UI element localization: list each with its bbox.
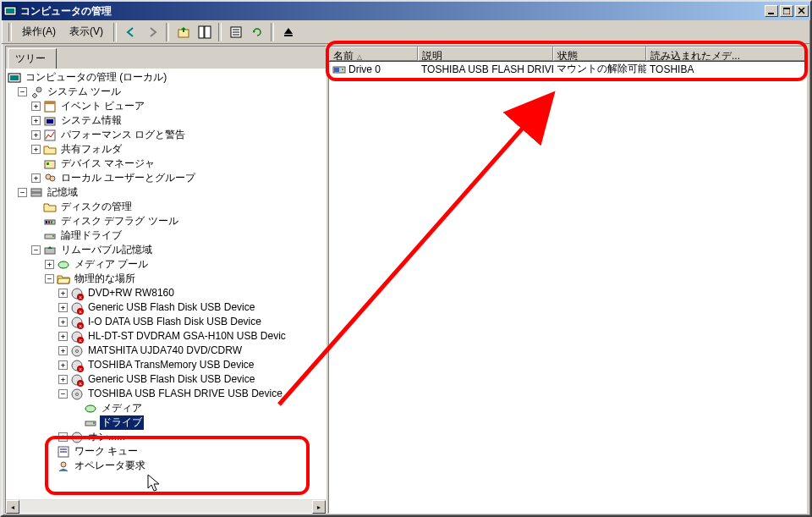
svg-rect-35 — [45, 248, 55, 254]
disc-error-icon: × — [70, 359, 84, 372]
column-loaded[interactable]: 読み込まれたメデ... — [646, 47, 806, 61]
media-icon — [84, 402, 97, 415]
scroll-left-button[interactable]: ◂ — [6, 500, 19, 514]
tree-obscured[interactable]: +オン...... — [8, 430, 324, 444]
tree-dev-hldtst[interactable]: +×HL-DT-ST DVDRAM GSA-H10N USB Devic — [8, 329, 324, 344]
forward-button[interactable] — [142, 23, 162, 41]
disc-icon — [70, 431, 84, 444]
toolbar: 操作(A) 表示(V) — [2, 20, 810, 44]
svg-point-61 — [93, 422, 95, 424]
sysinfo-icon — [43, 114, 57, 128]
svg-rect-22 — [45, 130, 55, 140]
eject-button[interactable] — [278, 23, 298, 41]
tree-tab[interactable]: ツリー — [8, 48, 57, 69]
tree-logical[interactable]: 論理ドライブ — [8, 228, 324, 243]
tree-dev-matshita[interactable]: +MATSHITA UJDA740 DVD/CDRW — [8, 344, 324, 358]
horizontal-scrollbar[interactable]: ◂ ▸ — [6, 499, 326, 513]
svg-point-17 — [36, 87, 41, 92]
maximize-button[interactable] — [780, 5, 793, 17]
tree-dev-generic2[interactable]: +×Generic USB Flash Disk USB Device — [8, 372, 324, 387]
list-header: 名前△ 説明 状態 読み込まれたメデ... — [329, 47, 806, 62]
tree-media[interactable]: メディア — [8, 401, 324, 415]
tree-operator[interactable]: オペレータ要求 — [8, 459, 324, 473]
computer-icon — [8, 71, 21, 85]
tree-dev-toshiba-usb[interactable]: −TOSHIBA USB FLASH DRIVE USB Device — [8, 387, 324, 401]
defrag-icon — [43, 215, 57, 228]
svg-rect-68 — [334, 68, 339, 72]
tree-eventviewer[interactable]: +イベント ビューア — [8, 99, 324, 113]
cell-name: Drive 0 — [348, 63, 381, 75]
removable-icon — [43, 244, 57, 257]
list-row[interactable]: Drive 0 TOSHIBA USB FLASH DRIVE ... マウント… — [329, 62, 806, 76]
column-desc[interactable]: 説明 — [418, 47, 553, 61]
svg-point-59 — [85, 405, 96, 412]
tree-systools[interactable]: −システム ツール — [8, 85, 324, 99]
drive-icon — [43, 229, 57, 243]
svg-point-66 — [61, 462, 66, 467]
tree-diskmgmt[interactable]: ディスクの管理 — [8, 200, 324, 214]
window-title: コンピュータの管理 — [20, 4, 763, 19]
column-name[interactable]: 名前△ — [329, 47, 418, 61]
tree-drive[interactable]: ドライブ — [8, 415, 324, 430]
back-button[interactable] — [121, 23, 140, 41]
folder-open-icon — [57, 272, 70, 286]
tree-shared[interactable]: +共有フォルダ — [8, 142, 324, 157]
users-icon — [43, 172, 57, 185]
tree-pane: ツリー コンピュータの管理 (ローカル) −システム ツール +イベント ビュー… — [5, 46, 326, 514]
disc-error-icon: × — [70, 330, 84, 344]
cell-desc: TOSHIBA USB FLASH DRIVE ... — [418, 63, 553, 75]
titlebar[interactable]: コンピュータの管理 — [2, 2, 810, 20]
show-hide-tree-button[interactable] — [195, 23, 214, 41]
svg-rect-4 — [783, 8, 790, 9]
tree-perflog[interactable]: +パフォーマンス ログと警告 — [8, 128, 324, 142]
svg-point-58 — [76, 393, 79, 395]
tree-devmgr[interactable]: デバイス マネージャ — [8, 157, 324, 171]
column-state[interactable]: 状態 — [553, 47, 646, 61]
cursor-icon — [146, 473, 167, 493]
tree-storage[interactable]: −記憶域 — [8, 185, 324, 200]
tree-dev-iodata[interactable]: +×I-O DATA USB Flash Disk USB Device — [8, 315, 324, 329]
disc-error-icon: × — [70, 373, 84, 387]
properties-button[interactable] — [226, 23, 245, 41]
svg-text:×: × — [79, 338, 82, 344]
svg-rect-27 — [31, 189, 41, 192]
folder-icon — [43, 201, 57, 214]
tree-root[interactable]: コンピュータの管理 (ローカル) — [8, 70, 324, 85]
close-button[interactable] — [795, 5, 809, 17]
tree-dev-transmem[interactable]: +×TOSHIBA TransMemory USB Device — [8, 358, 324, 372]
tree-mediapool[interactable]: +メディア プール — [8, 257, 324, 272]
svg-rect-32 — [51, 221, 52, 223]
list-body[interactable]: Drive 0 TOSHIBA USB FLASH DRIVE ... マウント… — [329, 62, 806, 513]
app-icon — [3, 4, 17, 18]
menu-action[interactable]: 操作(A) — [15, 22, 63, 41]
up-button[interactable] — [173, 23, 193, 41]
tree-workqueue[interactable]: ワーク キュー — [8, 444, 324, 459]
tree-sysinfo[interactable]: +システム情報 — [8, 113, 324, 128]
disc-error-icon: × — [70, 316, 84, 329]
tree-physloc[interactable]: −物理的な場所 — [8, 272, 324, 286]
svg-rect-14 — [284, 35, 293, 36]
tree-localusr[interactable]: +ローカル ユーザーとグループ — [8, 171, 324, 185]
svg-text:×: × — [79, 294, 82, 300]
minimize-button[interactable] — [765, 5, 778, 17]
svg-rect-16 — [10, 75, 19, 80]
tree-dev-dvdrw[interactable]: +×DVD+RW RW8160 — [8, 286, 324, 300]
menu-view[interactable]: 表示(V) — [63, 22, 110, 41]
tree-view[interactable]: コンピュータの管理 (ローカル) −システム ツール +イベント ビューア +シ… — [6, 69, 326, 499]
cell-state: マウントの解除可能 — [553, 62, 646, 76]
svg-rect-28 — [31, 193, 41, 196]
mediapool-icon — [57, 258, 70, 272]
svg-rect-19 — [45, 102, 55, 104]
disc-error-icon: × — [70, 301, 84, 315]
svg-text:×: × — [79, 309, 82, 315]
eventviewer-icon — [43, 100, 57, 113]
tree-removable[interactable]: −リムーバブル記憶域 — [8, 243, 324, 257]
svg-point-26 — [50, 176, 55, 181]
perflog-icon — [43, 129, 57, 142]
tree-dev-generic1[interactable]: +×Generic USB Flash Disk USB Device — [8, 300, 324, 315]
svg-rect-24 — [47, 162, 49, 165]
refresh-button[interactable] — [247, 23, 266, 41]
svg-rect-31 — [48, 221, 50, 223]
scroll-right-button[interactable]: ▸ — [312, 500, 326, 514]
tree-defrag[interactable]: ディスク デフラグ ツール — [8, 214, 324, 228]
